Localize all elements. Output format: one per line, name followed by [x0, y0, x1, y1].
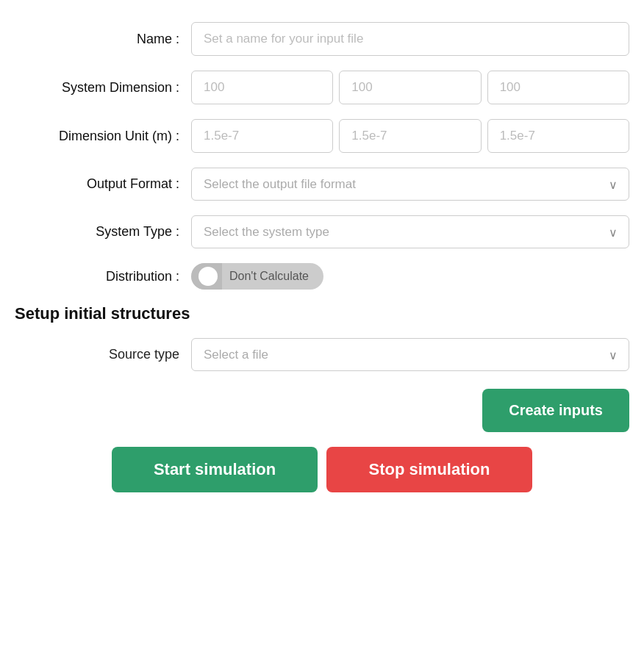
system-type-select-wrapper: Select the system type [191, 215, 629, 248]
system-dimension-row: System Dimension : [15, 71, 629, 104]
source-type-select-wrapper: Select a file [191, 338, 629, 371]
name-row: Name : [15, 22, 629, 56]
source-type-label: Source type [15, 347, 191, 362]
system-dimension-label: System Dimension : [15, 80, 191, 96]
system-type-select-area: Select the system type [191, 215, 629, 248]
system-type-label: System Type : [15, 224, 191, 240]
simulation-buttons-area: Start simulation Stop simulation [15, 447, 629, 492]
start-simulation-button[interactable]: Start simulation [112, 447, 318, 492]
name-input-area [191, 22, 629, 56]
output-format-select-wrapper: Select the output file format [191, 168, 629, 201]
system-type-select[interactable]: Select the system type [191, 215, 629, 248]
distribution-label: Distribution : [15, 269, 191, 284]
toggle-knob-area [191, 263, 222, 290]
dimension-unit-label: Dimension Unit (m) : [15, 129, 191, 144]
toggle-knob-circle [198, 267, 218, 286]
unit-z-input[interactable] [487, 119, 629, 153]
dimension-unit-row: Dimension Unit (m) : [15, 119, 629, 153]
source-type-select[interactable]: Select a file [191, 338, 629, 371]
stop-simulation-button[interactable]: Stop simulation [326, 447, 532, 492]
unit-y-input[interactable] [339, 119, 481, 153]
system-type-row: System Type : Select the system type [15, 215, 629, 248]
system-dimension-inputs [191, 71, 629, 104]
dim-z-input[interactable] [487, 71, 629, 104]
output-format-select-area: Select the output file format [191, 168, 629, 201]
create-inputs-area: Create inputs [15, 389, 629, 432]
dim-x-input[interactable] [191, 71, 333, 104]
source-type-row: Source type Select a file [15, 338, 629, 371]
output-format-label: Output Format : [15, 176, 191, 192]
distribution-toggle-label: Don't Calculate [222, 270, 323, 283]
dim-y-input[interactable] [339, 71, 481, 104]
name-input[interactable] [191, 22, 629, 56]
setup-section: Setup initial structures Source type Sel… [15, 304, 629, 492]
dimension-unit-inputs [191, 119, 629, 153]
create-inputs-button[interactable]: Create inputs [482, 389, 629, 432]
distribution-toggle[interactable]: Don't Calculate [191, 263, 323, 290]
name-label: Name : [15, 32, 191, 47]
output-format-select[interactable]: Select the output file format [191, 168, 629, 201]
setup-heading: Setup initial structures [15, 304, 629, 323]
distribution-toggle-area: Don't Calculate [191, 263, 629, 290]
unit-x-input[interactable] [191, 119, 333, 153]
output-format-row: Output Format : Select the output file f… [15, 168, 629, 201]
distribution-row: Distribution : Don't Calculate [15, 263, 629, 290]
source-type-select-area: Select a file [191, 338, 629, 371]
